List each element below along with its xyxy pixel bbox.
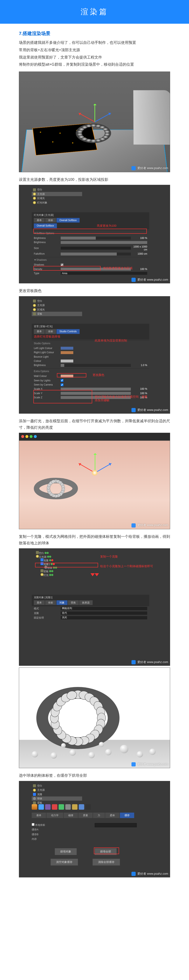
tree-item[interactable]: 空白 — [32, 188, 82, 192]
annotation-text: 亮度更改为100 — [97, 224, 116, 228]
tag-icon[interactable] — [59, 804, 64, 810]
type-dropdown[interactable]: Area — [61, 272, 147, 275]
studio-cyc-wall — [133, 90, 170, 145]
object-manager-tree: 空白 主光源 克隆 球体 背板 — [32, 784, 82, 805]
tree-item[interactable]: 背板 — [36, 569, 95, 573]
field-local[interactable]: 本地坐标 — [32, 822, 45, 827]
field-cache-b: 缓存B — [32, 832, 45, 837]
annotation-text: 此菜单项为渲染背景控制 — [95, 339, 127, 342]
tab-basic[interactable]: 基本 — [34, 218, 45, 223]
field-type[interactable]: Type Area — [32, 271, 149, 275]
viewport-toolbar — [19, 433, 170, 440]
screenshot-light-attributes: 空白 主光源 区域光 灯光对象 灯光对象 [主光源] 基本 坐标 Overall… — [19, 185, 170, 283]
color-swatch[interactable] — [61, 347, 73, 350]
tab-softbox[interactable]: Overall Softbox — [56, 218, 80, 223]
field-seen-by-camera[interactable]: Seen by Camera — [32, 383, 149, 387]
tree-item-selected[interactable]: 球体 — [32, 797, 82, 801]
tree-item-selected[interactable]: 主光源 — [32, 192, 82, 196]
screenshot-cache-panel: 空白 主光源 克隆 球体 背板 基本 动力学 碰撞 质量 力 柔体 缓存 — [19, 781, 170, 877]
annotation-arrow-icon — [91, 573, 95, 576]
caption-main-light: 设置主光源参数，亮度更改为100，投影改为区域投影 — [19, 177, 170, 183]
field-right-light-colour[interactable]: Right Light Colour — [32, 350, 149, 355]
field-brightness[interactable]: Brightness1.0 % — [32, 363, 149, 367]
annotation-text: 将投影类型更改为区域 — [103, 266, 133, 270]
tag-icon[interactable] — [32, 804, 37, 810]
watermark-site: www.psahz.com — [147, 166, 168, 170]
section-extra: Extra Options — [32, 368, 149, 374]
field-brightness-2[interactable]: Brightness — [32, 240, 149, 244]
vis-green-icon[interactable] — [45, 552, 46, 554]
watermark: 爱好者 www.psahz.com — [131, 278, 168, 282]
brightness-slider[interactable] — [61, 237, 131, 240]
tree-item[interactable]: 区域光 — [32, 307, 82, 312]
clear-all-cache-button[interactable]: 清除全部缓存 — [93, 859, 120, 865]
caption-clone-grid: 复制一个克隆，模式改为网格排列，把外面的碰撞体标签复制一个给背板，播放动画，得到… — [19, 533, 170, 546]
tag-icon[interactable] — [38, 804, 44, 810]
vis-red-icon[interactable] — [51, 559, 53, 561]
scattered-spheres — [19, 734, 170, 760]
axis-y — [94, 105, 95, 122]
screenshot-studio-setup: 爱好者 www.psahz.com — [19, 72, 170, 172]
tree-item[interactable]: 区域光 — [32, 196, 82, 200]
tree-item[interactable]: 空白 — [32, 784, 82, 788]
attribute-manager: 克隆对象 [克隆1] 基本 坐标 对象 变换 效果器 模式网格排列 克隆迭代 固… — [32, 595, 149, 620]
tree-item[interactable]: 灯光对象 — [32, 200, 82, 205]
field-wall-colour[interactable]: Wall Colour — [32, 374, 149, 378]
field-falloff[interactable]: Falloff/cm 1000 cm — [32, 252, 149, 256]
annotation-box — [94, 848, 119, 854]
tree-item[interactable]: 空白 — [32, 299, 82, 303]
tree-item[interactable]: 灯光 — [36, 573, 95, 577]
tree-item[interactable]: 主光源 — [32, 788, 82, 792]
color-swatch[interactable] — [61, 360, 73, 363]
tab-softbox-label: Overall Softbox — [34, 223, 57, 228]
tree-item-selected[interactable]: 背板 — [32, 312, 82, 316]
field-colour[interactable]: Colour — [32, 359, 149, 363]
watermark: 爱好者 www.psahz.com — [131, 762, 168, 767]
dot-green-icon — [30, 435, 32, 438]
watermark-brand: 爱好者 — [137, 166, 146, 170]
tree-item[interactable]: 主光源 — [32, 303, 82, 307]
dot-blue-icon — [34, 435, 37, 438]
clear-cache-button[interactable]: 清空对象缓存 — [51, 859, 78, 865]
watermark-logo-icon — [131, 523, 136, 528]
bake-object-button[interactable]: 烘培对象 — [55, 848, 77, 855]
tree-item[interactable]: 空白 — [36, 551, 95, 555]
tab-object[interactable]: 对象 — [56, 600, 67, 605]
dot-red-icon — [21, 435, 24, 438]
screenshot-pink-scene: 爱好者 www.psahz.com — [19, 433, 170, 529]
mode-dropdown[interactable]: 网格排列 — [61, 607, 147, 610]
tag-icon[interactable] — [85, 804, 91, 810]
backdrop-icon — [33, 312, 36, 315]
tab-studio-controls[interactable]: Studio Controls — [56, 329, 80, 334]
attr-header: 灯光对象 [主光源] 基本 坐标 Overall Softbox Overall… — [32, 212, 149, 229]
shadows-checkbox[interactable] — [61, 264, 63, 266]
field-mode[interactable]: 模式网格排列 — [32, 606, 149, 611]
caption-backdrop-color: 更改背板颜色 — [19, 288, 170, 294]
cache-dropdown[interactable] — [95, 823, 137, 827]
annotation-arrow-icon — [95, 573, 99, 576]
torus-model — [75, 123, 112, 143]
tag-icon[interactable] — [79, 804, 84, 810]
color-swatch[interactable] — [61, 351, 73, 354]
watermark: 爱好者 www.psahz.com — [131, 660, 168, 664]
vis-green-icon[interactable] — [46, 552, 49, 554]
tab-coord[interactable]: 坐标 — [45, 218, 56, 223]
tag-icon[interactable] — [52, 804, 57, 810]
tree-item[interactable]: 克隆 — [32, 792, 82, 797]
null-icon — [33, 299, 36, 302]
section-studio: Studio Options — [32, 340, 149, 346]
field-size[interactable]: Size 1000 x 1000 cm — [32, 245, 149, 252]
tree-item[interactable]: 主光源 — [36, 555, 95, 558]
tag-icon[interactable] — [65, 804, 71, 810]
tab-cache[interactable]: 缓存 — [120, 813, 134, 818]
field-clone[interactable]: 克隆迭代 — [32, 611, 149, 616]
field-seen-by-lights[interactable]: Seen by Lights — [32, 379, 149, 383]
field-bounce-light[interactable]: Bounce Light — [32, 355, 149, 359]
sphere-icon — [33, 797, 36, 800]
tag-icon[interactable] — [72, 804, 77, 810]
tree-item[interactable]: 克隆 — [36, 558, 95, 562]
field-fix-texture[interactable]: 固定纹理关闭 — [32, 616, 149, 620]
tag-icon[interactable] — [45, 804, 51, 810]
field-brightness[interactable]: Brightness 100 % — [32, 236, 149, 240]
field-left-light-colour[interactable]: Left Light Colour — [32, 346, 149, 350]
